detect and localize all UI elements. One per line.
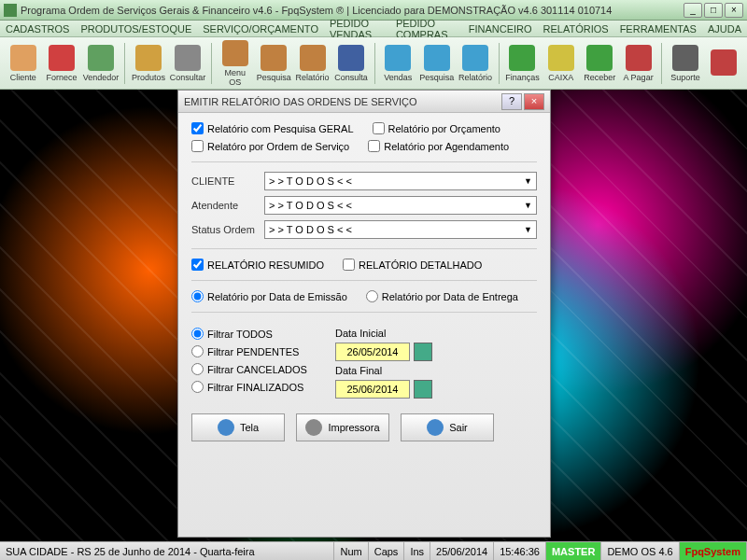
status-combo[interactable]: > > T O D O S < <▼ [264, 220, 537, 239]
cliente-combo[interactable]: > > T O D O S < <▼ [264, 172, 537, 190]
toolbar-label: Suporte [670, 73, 700, 82]
toolbar-icon [10, 45, 36, 71]
exit-icon [427, 419, 444, 436]
toolbar-label: Finanças [505, 73, 540, 82]
toolbar-button[interactable]: Receber [583, 40, 617, 87]
toolbar-button[interactable]: Pesquisa [256, 40, 290, 87]
menu-item[interactable]: PRODUTOS/ESTOQUE [80, 23, 191, 35]
menu-item[interactable]: CADASTROS [6, 23, 69, 35]
toolbar-button[interactable]: CAIXA [543, 40, 578, 87]
menu-item[interactable]: AJUDA [708, 23, 741, 35]
toolbar-icon [548, 45, 574, 71]
check-ordem[interactable]: Relatóro por Ordem de Serviço [191, 140, 349, 152]
calendar-icon[interactable] [414, 380, 432, 399]
toolbar-button[interactable]: Relatório [458, 40, 492, 87]
check-agendamento[interactable]: Relatório por Agendamento [368, 140, 509, 152]
toolbar-label: CAIXA [548, 73, 573, 82]
toolbar-button[interactable]: Consultar [170, 40, 206, 87]
main-window: Programa Ordem de Serviços Gerais & Fina… [0, 0, 747, 560]
data-inicial-input[interactable]: 26/05/2014 [335, 343, 410, 361]
toolbar-icon [338, 45, 364, 71]
impressora-button[interactable]: Impressora [296, 413, 389, 441]
toolbar-icon [385, 45, 411, 71]
status-date: 25/06/2014 [430, 542, 494, 560]
check-detalhado[interactable]: RELATÓRIO DETALHADO [343, 259, 482, 271]
toolbar-icon [424, 45, 450, 71]
toolbar-icon [88, 45, 114, 71]
toolbar-button[interactable]: Finanças [505, 40, 540, 87]
toolbar-label: Vendas [384, 73, 412, 82]
printer-icon [305, 419, 322, 436]
chevron-down-icon: ▼ [524, 201, 532, 210]
toolbar-label: Relatório [296, 73, 330, 82]
screen-icon [218, 419, 234, 436]
toolbar-icon [49, 45, 75, 71]
toolbar-icon [300, 45, 326, 71]
toolbar-label: Pesquisa [419, 73, 454, 82]
close-button[interactable]: × [725, 3, 743, 18]
toolbar-icon [509, 45, 535, 71]
menu-item[interactable]: FERRAMENTAS [620, 23, 697, 35]
toolbar-icon [711, 49, 737, 76]
data-final-input[interactable]: 25/06/2014 [335, 380, 410, 399]
toolbar-separator [374, 43, 375, 84]
toolbar-icon [222, 40, 248, 66]
toolbar-button[interactable]: Cliente [6, 40, 40, 87]
toolbar-button[interactable]: Suporte [668, 40, 702, 87]
check-orcamento[interactable]: Relatório por Orçamento [373, 122, 500, 134]
menu-item[interactable]: RELATÓRIOS [543, 23, 609, 35]
toolbar-label: Cliente [10, 73, 36, 82]
toolbar-label: Receber [584, 73, 615, 82]
dialog-help-button[interactable]: ? [501, 93, 522, 110]
toolbar-button[interactable]: A Pagar [621, 40, 655, 87]
check-geral[interactable]: Relatório com Pesquisa GERAL [191, 122, 354, 134]
desktop: EMITIR RELATÓRIO DAS ORDENS DE SERVIÇO ?… [0, 90, 747, 541]
menu-item[interactable]: PEDIDO COMPRAS [396, 18, 458, 40]
toolbar-button[interactable]: Vendedor [83, 40, 120, 87]
toolbar-separator [499, 43, 500, 84]
toolbar-label: Vendedor [83, 73, 120, 82]
status-city: SUA CIDADE - RS 25 de Junho de 2014 - Qu… [0, 542, 334, 560]
status-time: 15:46:36 [494, 542, 546, 560]
toolbar-button[interactable]: Consulta [333, 40, 368, 87]
toolbar-button[interactable]: Relatório [295, 40, 330, 87]
tela-button[interactable]: Tela [191, 413, 285, 441]
dialog-titlebar: EMITIR RELATÓRIO DAS ORDENS DE SERVIÇO ?… [178, 91, 550, 113]
toolbar: ClienteForneceVendedorProdutosConsultarM… [0, 37, 747, 90]
check-resumido[interactable]: RELATÓRIO RESUMIDO [191, 259, 324, 271]
radio-filter-finalizados[interactable]: Filtrar FINALIZADOS [191, 381, 307, 393]
maximize-button[interactable]: □ [704, 3, 723, 18]
app-icon [4, 4, 17, 17]
toolbar-label: A Pagar [624, 73, 654, 82]
window-title: Programa Ordem de Serviços Gerais & Fina… [21, 5, 684, 16]
atendente-combo[interactable]: > > T O D O S < <▼ [264, 196, 537, 215]
radio-filter-cancelados[interactable]: Filtrar CANCELADOS [191, 363, 307, 375]
status-num: Num [334, 542, 368, 560]
toolbar-button[interactable]: Fornece [44, 40, 78, 87]
atendente-label: Atendente [191, 200, 257, 211]
menu-item[interactable]: FINANCEIRO [469, 23, 532, 35]
radio-filter-todos[interactable]: Filtrar TODOS [191, 328, 307, 340]
toolbar-button[interactable]: Pesquisa [419, 40, 454, 87]
radio-entrega[interactable]: Relatório por Data de Entrega [366, 290, 518, 302]
toolbar-separator [661, 43, 662, 84]
toolbar-button[interactable]: Menu OS [218, 40, 252, 87]
toolbar-button[interactable]: Vendas [381, 40, 416, 87]
sair-button[interactable]: Sair [401, 413, 494, 441]
dialog-close-button[interactable]: × [524, 93, 544, 110]
minimize-button[interactable]: _ [684, 3, 702, 18]
toolbar-button[interactable] [707, 40, 741, 87]
menu-item[interactable]: SERVIÇO/ORÇAMENTO [203, 23, 318, 35]
radio-emissao[interactable]: Relatório por Data de Emissão [191, 290, 347, 302]
toolbar-button[interactable]: Produtos [131, 40, 165, 87]
toolbar-separator [211, 43, 212, 84]
radio-filter-pendentes[interactable]: Filtrar PENDENTES [191, 345, 307, 357]
status-master: MASTER [546, 542, 601, 560]
calendar-icon[interactable] [414, 343, 432, 361]
data-inicial-label: Data Inicial [335, 328, 432, 339]
toolbar-icon [175, 45, 201, 71]
menu-item[interactable]: PEDIDO VENDAS [330, 18, 385, 40]
statusbar: SUA CIDADE - RS 25 de Junho de 2014 - Qu… [0, 541, 747, 560]
status-system: FpqSystem [680, 542, 747, 560]
toolbar-icon [135, 45, 162, 71]
